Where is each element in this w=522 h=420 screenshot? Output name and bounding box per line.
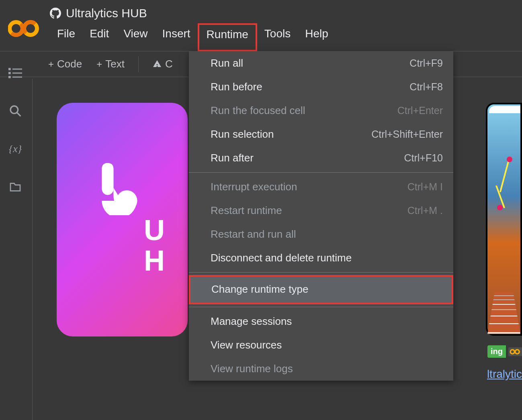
menu-shortcut: Ctrl+M . — [407, 205, 443, 216]
menu-tools[interactable]: Tools — [257, 24, 298, 51]
menu-run-all[interactable]: Run all Ctrl+F9 — [189, 51, 453, 75]
phone-preview — [486, 103, 522, 360]
banner-line1: U — [144, 215, 165, 246]
menu-edit[interactable]: Edit — [82, 24, 116, 51]
menu-shortcut: Ctrl+F9 — [409, 57, 443, 69]
svg-rect-6 — [8, 72, 11, 74]
phone-frame — [486, 103, 522, 336]
divider — [189, 272, 453, 273]
svg-rect-8 — [8, 76, 11, 78]
menu-shortcut: Ctrl+Shift+Enter — [371, 128, 443, 140]
menu-view-resources[interactable]: View resources — [189, 333, 453, 357]
menu-run-before[interactable]: Run before Ctrl+F8 — [189, 75, 453, 99]
copy-label: C — [165, 58, 173, 70]
toc-icon[interactable] — [8, 67, 22, 79]
folder-icon[interactable] — [9, 181, 22, 194]
menu-label: View resources — [211, 339, 282, 351]
add-code-button[interactable]: + Code — [41, 55, 89, 73]
menu-insert[interactable]: Insert — [155, 24, 198, 51]
runtime-dropdown: Run all Ctrl+F9 Run before Ctrl+F8 Run t… — [189, 51, 453, 381]
svg-rect-4 — [8, 68, 11, 70]
notebook-title[interactable]: Ultralytics HUB — [66, 6, 147, 20]
banner-text: U H — [144, 215, 165, 276]
ultralytics-link[interactable]: ltralytic — [487, 368, 522, 381]
divider — [189, 172, 453, 173]
menu-label: Run the focused cell — [211, 104, 305, 117]
menu-shortcut: Ctrl+F10 — [404, 152, 443, 164]
menu-label: Run all — [211, 57, 243, 69]
badge-row: ing — [487, 345, 522, 358]
text-label: Text — [105, 58, 125, 70]
menu-label: Restart runtime — [211, 204, 282, 217]
status-badge: ing — [487, 345, 506, 358]
menu-interrupt: Interrupt execution Ctrl+M I — [189, 175, 453, 199]
menu-label: Disconnect and delete runtime — [211, 252, 352, 264]
colab-logo-icon — [8, 18, 40, 39]
menu-change-runtime-type[interactable]: Change runtime type — [189, 275, 453, 304]
menu-view[interactable]: View — [116, 24, 155, 51]
menu-label: Change runtime type — [211, 283, 308, 296]
svg-rect-12 — [102, 163, 113, 195]
banner-card: U H — [57, 103, 188, 336]
add-text-button[interactable]: + Text — [89, 55, 132, 73]
code-label: Code — [57, 58, 82, 70]
variables-icon[interactable]: {x} — [9, 143, 22, 155]
menubar: File Edit View Insert Runtime Tools Help — [50, 24, 514, 51]
ultralytics-logo-icon — [92, 163, 152, 215]
divider — [189, 307, 453, 307]
search-icon[interactable] — [9, 104, 22, 117]
menu-label: Interrupt execution — [211, 181, 297, 193]
menu-disconnect[interactable]: Disconnect and delete runtime — [189, 246, 453, 270]
menu-help[interactable]: Help — [298, 24, 336, 51]
menu-run-focused: Run the focused cell Ctrl+Enter — [189, 99, 453, 122]
github-icon — [50, 8, 61, 19]
copy-to-drive-button[interactable]: C — [145, 55, 180, 73]
menu-restart-run-all: Restart and run all — [189, 222, 453, 246]
menu-runtime[interactable]: Runtime — [198, 23, 257, 51]
svg-point-10 — [10, 106, 18, 114]
colab-badge-icon — [508, 346, 522, 357]
menu-label: Run before — [211, 81, 262, 93]
menu-shortcut: Ctrl+Enter — [397, 105, 443, 116]
menu-shortcut: Ctrl+F8 — [409, 81, 443, 93]
menu-label: Run after — [211, 152, 254, 164]
plus-icon: + — [96, 59, 102, 70]
title-row: Ultralytics HUB — [50, 6, 514, 20]
svg-rect-7 — [12, 73, 22, 74]
sidebar: {x} — [0, 53, 31, 420]
menu-run-after[interactable]: Run after Ctrl+F10 — [189, 146, 453, 170]
menu-manage-sessions[interactable]: Manage sessions — [189, 310, 453, 333]
menu-shortcut: Ctrl+M I — [407, 181, 443, 193]
svg-line-11 — [17, 112, 20, 116]
menu-restart: Restart runtime Ctrl+M . — [189, 199, 453, 222]
plus-icon: + — [48, 59, 54, 70]
menu-label: View runtime logs — [211, 363, 293, 375]
menu-run-selection[interactable]: Run selection Ctrl+Shift+Enter — [189, 122, 453, 146]
menu-label: Run selection — [211, 128, 274, 141]
drive-icon — [152, 59, 162, 69]
svg-rect-5 — [12, 69, 22, 70]
title-section: Ultralytics HUB File Edit View Insert Ru… — [50, 4, 514, 51]
divider — [138, 56, 139, 72]
menu-label: Restart and run all — [211, 228, 296, 241]
menu-view-logs: View runtime logs — [189, 357, 453, 381]
menu-file[interactable]: File — [50, 24, 82, 51]
menu-label: Manage sessions — [211, 315, 292, 328]
svg-rect-9 — [12, 77, 22, 78]
banner-line2: H — [144, 246, 165, 276]
header: Ultralytics HUB File Edit View Insert Ru… — [0, 0, 522, 51]
